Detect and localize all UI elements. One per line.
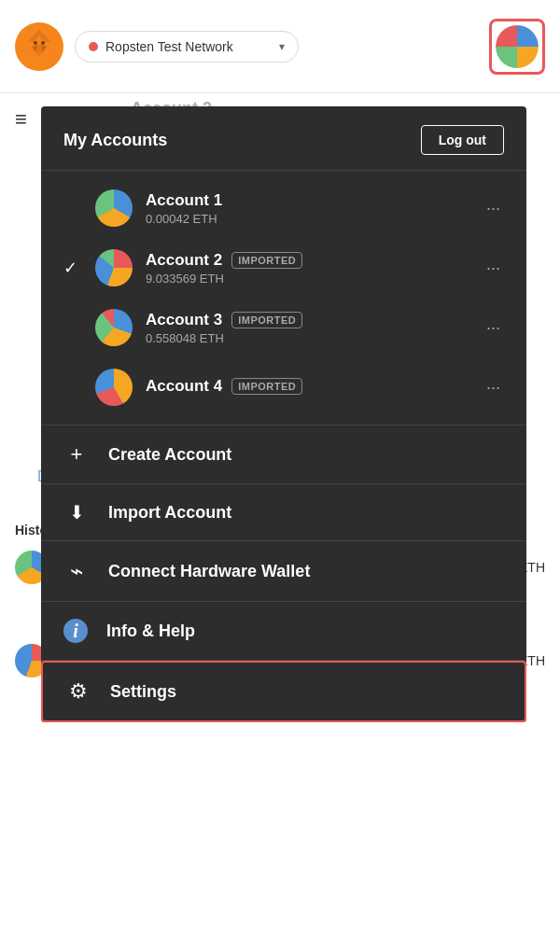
account-balance-2: 9.033569 ETH xyxy=(146,272,469,286)
account-options-1[interactable]: ··· xyxy=(483,195,504,222)
usb-icon: ⌁ xyxy=(63,558,90,584)
account-name-4: Account 4 IMPORTED xyxy=(146,377,469,396)
accounts-overlay: My Accounts Log out Account 1 0.00042 ET… xyxy=(41,106,526,722)
account-avatar-button[interactable] xyxy=(489,19,545,75)
svg-point-6 xyxy=(34,41,37,45)
account-list: Account 1 0.00042 ETH ··· ✓ Account 2 IM… xyxy=(41,171,526,426)
network-name: Ropsten Test Network xyxy=(105,39,272,54)
account-balance-3: 0.558048 ETH xyxy=(146,331,469,345)
connect-hardware-menu-item[interactable]: ⌁ Connect Hardware Wallet xyxy=(41,541,526,602)
import-icon: ⬇ xyxy=(63,501,90,524)
connect-hardware-label: Connect Hardware Wallet xyxy=(108,562,310,581)
create-account-menu-item[interactable]: + Create Account xyxy=(41,426,526,484)
create-account-label: Create Account xyxy=(108,445,231,465)
account-item-4[interactable]: Account 4 IMPORTED ··· xyxy=(41,357,526,417)
import-account-label: Import Account xyxy=(108,503,231,523)
account-name-1: Account 1 xyxy=(146,191,469,210)
chevron-down-icon: ▾ xyxy=(279,40,285,53)
account-info-3: Account 3 IMPORTED 0.558048 ETH xyxy=(146,311,469,345)
network-selector[interactable]: Ropsten Test Network ▾ xyxy=(75,31,299,63)
my-accounts-title: My Accounts xyxy=(63,131,167,150)
account-item-2[interactable]: ✓ Account 2 IMPORTED 9.033569 ETH ··· xyxy=(41,238,526,298)
account-options-4[interactable]: ··· xyxy=(483,374,504,401)
account-options-3[interactable]: ··· xyxy=(483,314,504,342)
settings-menu-item[interactable]: ⚙ Settings xyxy=(41,661,526,722)
info-help-menu-item[interactable]: i Info & Help xyxy=(41,602,526,661)
imported-badge-4: IMPORTED xyxy=(231,378,302,395)
account-name-2: Account 2 IMPORTED xyxy=(146,251,469,270)
network-status-dot xyxy=(89,42,98,51)
account-info-2: Account 2 IMPORTED 9.033569 ETH xyxy=(146,251,469,286)
account-name-3: Account 3 IMPORTED xyxy=(146,311,469,329)
imported-badge-2: IMPORTED xyxy=(231,252,302,269)
account-avatar-4 xyxy=(95,369,133,406)
logout-button[interactable]: Log out xyxy=(421,125,504,155)
svg-point-7 xyxy=(41,41,45,45)
account-avatar-1 xyxy=(95,189,133,227)
account-info-4: Account 4 IMPORTED xyxy=(146,377,469,398)
plus-icon: + xyxy=(63,442,90,467)
gear-icon: ⚙ xyxy=(65,679,91,704)
account-avatar-2 xyxy=(95,249,133,286)
account-info-1: Account 1 0.00042 ETH xyxy=(146,191,469,226)
account-balance-1: 0.00042 ETH xyxy=(146,212,469,226)
account-item-1[interactable]: Account 1 0.00042 ETH ··· xyxy=(41,178,526,238)
info-help-label: Info & Help xyxy=(106,622,195,641)
settings-label: Settings xyxy=(110,682,176,702)
account-avatar-3 xyxy=(95,309,133,346)
imported-badge-3: IMPORTED xyxy=(231,312,302,328)
check-mark-2: ✓ xyxy=(63,258,82,278)
top-bar: Ropsten Test Network ▾ xyxy=(0,0,560,93)
hamburger-icon[interactable]: ≡ xyxy=(15,107,27,132)
info-icon: i xyxy=(63,619,88,643)
account-options-2[interactable]: ··· xyxy=(483,255,504,282)
account-item-3[interactable]: Account 3 IMPORTED 0.558048 ETH ··· xyxy=(41,298,526,357)
accounts-header: My Accounts Log out xyxy=(41,106,526,171)
fox-logo xyxy=(15,22,63,71)
import-account-menu-item[interactable]: ⬇ Import Account xyxy=(41,484,526,541)
